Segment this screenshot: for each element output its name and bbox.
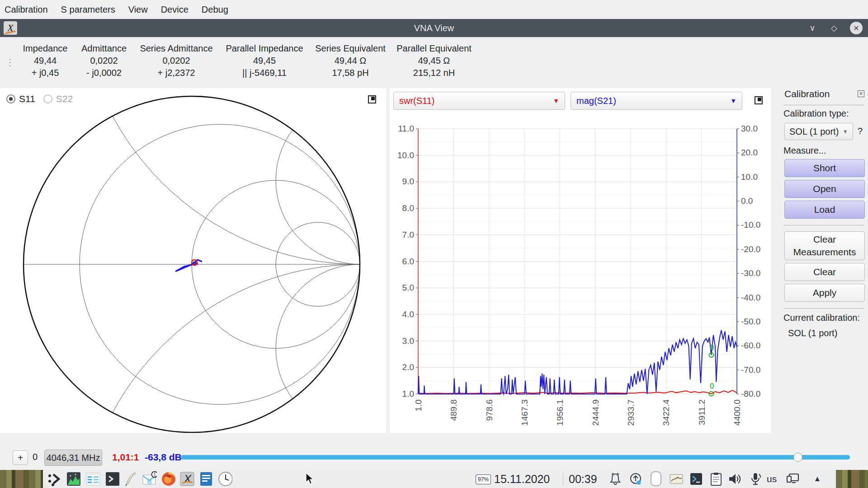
close-icon[interactable]: ✕	[850, 22, 863, 34]
drag-handle-icon[interactable]: ⋮	[5, 61, 14, 65]
calibration-type-select[interactable]: SOL (1 port) ▼	[784, 123, 853, 140]
series-mag(S21)	[418, 330, 737, 394]
svg-text:-70.0: -70.0	[741, 365, 760, 375]
divider	[783, 105, 864, 105]
svg-text:4.0: 4.0	[402, 310, 414, 319]
svg-text:1.0: 1.0	[414, 399, 423, 411]
updates-icon[interactable]	[628, 472, 643, 486]
menu-item-calibration[interactable]: Calibration	[5, 5, 55, 15]
clear-measurements-button[interactable]: Clear Measurements	[784, 231, 865, 260]
writer-icon[interactable]	[199, 472, 213, 486]
popout-icon[interactable]	[368, 95, 376, 103]
svg-text:3.0: 3.0	[402, 336, 414, 346]
add-marker-button[interactable]: +	[13, 450, 28, 465]
svg-text:10.0: 10.0	[397, 150, 414, 160]
quill-editor-icon[interactable]	[124, 472, 138, 486]
vna-app-icon[interactable]: X	[180, 472, 194, 486]
sidebar-close-icon[interactable]: ✕	[858, 90, 864, 97]
screenshot-tray-icon[interactable]	[669, 472, 684, 486]
svg-text:-60.0: -60.0	[741, 341, 760, 350]
taskbar: @1 X 97% 15.11.2020 00:39	[0, 470, 868, 488]
x-axis-ticks: 1.0489.8978.61467.31956.12444.92933.7342…	[414, 399, 742, 426]
marker-frequency[interactable]: 4046,31 MHz	[44, 450, 102, 466]
menu-item-s-parameters[interactable]: S parameters	[61, 5, 122, 15]
help-button[interactable]: ?	[858, 126, 863, 136]
wallpaper-right	[836, 470, 868, 488]
readout-impedance: Impedance49,44+ j0,45	[23, 42, 68, 79]
s11-trace	[176, 260, 202, 271]
menu-item-device[interactable]: Device	[161, 5, 195, 15]
popout-icon[interactable]	[755, 96, 763, 104]
notifications-bell-icon[interactable]	[608, 472, 623, 486]
keyboard-layout-indicator[interactable]: us	[767, 474, 777, 484]
maximize-icon[interactable]: ◇	[828, 22, 840, 34]
mouse-cursor	[306, 473, 317, 485]
menu-bar: Calibration S parameters View Device Deb…	[0, 0, 868, 19]
volume-icon[interactable]	[728, 472, 742, 486]
calibration-type-label: Calibration type:	[783, 108, 849, 119]
microphone-icon[interactable]	[748, 472, 763, 486]
svg-text:-50.0: -50.0	[741, 317, 760, 326]
marker-index: 0	[33, 452, 38, 462]
taskbar-date[interactable]: 15.11.2020	[494, 473, 550, 486]
chevron-down-icon: ▼	[730, 97, 736, 104]
tray-blank-icon[interactable]	[649, 472, 663, 486]
svg-text:1956.1: 1956.1	[555, 399, 565, 426]
launcher-icon[interactable]	[47, 472, 61, 486]
readout-parallel-impedance: Parallel Impedance49,45|| j-5469,11	[226, 42, 303, 79]
smith-chart-panel: S11 S22	[0, 88, 386, 433]
chevron-down-icon: ▼	[842, 128, 848, 135]
svg-text:0: 0	[710, 344, 714, 352]
svg-text:7.0: 7.0	[402, 230, 414, 239]
marker-db-value: -63,8 dB	[145, 452, 182, 463]
svg-text:489.8: 489.8	[449, 399, 458, 421]
file-manager-icon[interactable]	[86, 472, 100, 486]
svg-text:11.0: 11.0	[398, 124, 414, 133]
short-button[interactable]: Short	[784, 159, 865, 177]
calibration-sidebar: Calibration ✕ Calibration type: SOL (1 p…	[771, 88, 868, 433]
system-monitor-icon[interactable]	[66, 472, 81, 486]
readout-panel: ⋮ Impedance49,44+ j0,45 Admittance0,0202…	[0, 37, 868, 88]
konsole-tray-icon[interactable]	[689, 472, 703, 486]
radio-s11[interactable]: S11	[6, 94, 35, 104]
radio-s22[interactable]: S22	[43, 94, 73, 104]
svg-text:1.0: 1.0	[402, 389, 414, 399]
tray-expand-icon[interactable]: ▲	[810, 472, 825, 486]
window-title: VNA View	[0, 23, 868, 33]
trace1-selector[interactable]: swr(S11) ▼	[393, 92, 565, 110]
menu-item-view[interactable]: View	[128, 5, 155, 15]
marker-slider[interactable]	[181, 455, 850, 460]
svg-text:5.0: 5.0	[402, 283, 414, 292]
battery-indicator[interactable]: 97%	[476, 474, 491, 484]
svg-text:2444.9: 2444.9	[591, 399, 600, 426]
svg-text:3422.4: 3422.4	[661, 399, 671, 426]
svg-text:0: 0	[710, 382, 714, 390]
marker-swr-value: 1,01:1	[112, 452, 139, 463]
svg-text:1467.3: 1467.3	[520, 399, 529, 426]
slider-handle[interactable]	[793, 453, 802, 462]
left-axis-ticks: 11.010.09.08.07.06.05.04.03.02.01.0	[397, 124, 418, 399]
trace2-selector[interactable]: mag(S21) ▼	[571, 92, 742, 110]
minimize-icon[interactable]: ∨	[807, 22, 818, 34]
clear-button[interactable]: Clear	[784, 263, 865, 281]
svg-text:2933.7: 2933.7	[626, 399, 636, 426]
readout-parallel-equivalent: Parallel Equivalent49,45 Ω215,12 nH	[396, 42, 472, 79]
marker-0[interactable]: 0	[709, 344, 714, 357]
clipboard-icon[interactable]	[709, 472, 723, 486]
clock-icon[interactable]	[218, 472, 232, 486]
apply-button[interactable]: Apply	[784, 284, 865, 302]
open-button[interactable]: Open	[784, 180, 865, 198]
sidebar-title: Calibration	[784, 89, 830, 99]
smith-chart	[0, 88, 386, 433]
svg-text:X: X	[184, 473, 192, 485]
menu-item-debug[interactable]: Debug	[202, 5, 235, 15]
firefox-icon[interactable]	[161, 472, 176, 486]
terminal-icon[interactable]	[105, 472, 120, 486]
title-bar: X VNA View ∨ ◇ ✕	[0, 19, 868, 37]
radio-selected-icon	[6, 94, 15, 103]
taskbar-clock[interactable]: 00:39	[569, 473, 597, 486]
mail-icon[interactable]: @1	[142, 472, 157, 486]
display-tray-icon[interactable]	[786, 472, 800, 486]
svg-text:2.0: 2.0	[402, 362, 414, 372]
load-button[interactable]: Load	[784, 201, 865, 219]
